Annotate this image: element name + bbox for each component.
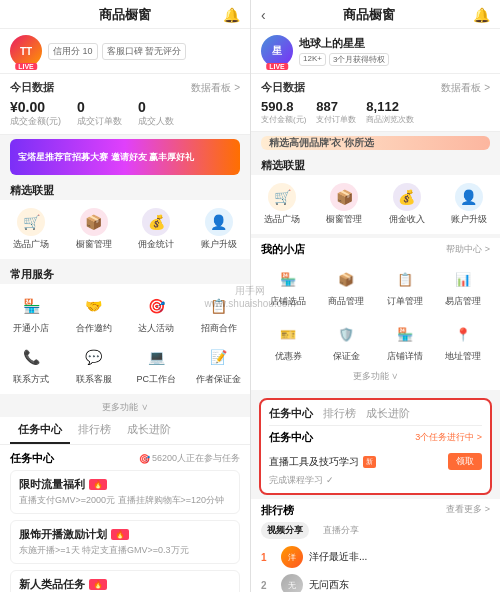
left-profile: TT LIVE 信用分 10 客服口碑 暂无评分 <box>0 29 250 74</box>
right-myshop-more[interactable]: 更多功能 ∨ <box>261 367 490 386</box>
ranking-tabs: 视频分享 直播分享 <box>261 522 490 539</box>
left-avatar: TT LIVE <box>10 35 42 67</box>
right-jing-3[interactable]: 👤 账户升级 <box>438 179 500 230</box>
left-profile-tags: 信用分 10 客服口碑 暂无评分 <box>48 43 186 60</box>
right-task-desc: 完成课程学习 ✓ <box>269 474 482 487</box>
right-back-icon[interactable]: ‹ <box>261 7 266 23</box>
left-stats-title: 今日数据 <box>10 80 54 95</box>
right-tag-1: 3个月获得特权 <box>329 53 389 66</box>
right-stat-0-label: 支付金额(元) <box>261 114 306 125</box>
right-shop-4[interactable]: 🎫 优惠券 <box>261 316 315 367</box>
left-svc-0[interactable]: 🏪 开通小店 <box>0 288 63 339</box>
left-stats: 今日数据 数据看板 > ¥0.00 成交金额(元) 0 成交订单数 0 成交人数 <box>0 74 250 135</box>
right-task-tab-1[interactable]: 排行榜 <box>323 406 356 421</box>
right-jing-1[interactable]: 📦 橱窗管理 <box>313 179 375 230</box>
left-svc-5[interactable]: 💬 联系客服 <box>63 339 126 390</box>
left-task-card-0: 限时流量福利 🔥 直播支付GMV>=2000元 直播挂牌购物车>=120分钟 <box>10 470 240 514</box>
left-svc-1[interactable]: 🤝 合作邀约 <box>63 288 126 339</box>
right-title: 商品橱窗 <box>343 6 395 24</box>
left-stat-0: ¥0.00 成交金额(元) <box>10 99 61 128</box>
right-stat-2-value: 8,112 <box>366 99 414 114</box>
right-stat-1-label: 支付订单数 <box>316 114 356 125</box>
ranking-rank-1: 2 <box>261 580 275 591</box>
ranking-tab-1[interactable]: 直播分享 <box>317 522 365 539</box>
right-jing-0[interactable]: 🛒 选品广场 <box>251 179 313 230</box>
left-banner[interactable]: 宝塔星推荐官招募大赛 邀请好友 赢丰厚好礼 <box>10 139 240 175</box>
left-tasks-section: 任务中心 排行榜 成长进阶 任务中心 🎯 56200人正在参与任务 限时流量福利… <box>0 417 250 592</box>
left-tab-0[interactable]: 任务中心 <box>10 417 70 444</box>
right-stat-1-value: 887 <box>316 99 356 114</box>
right-profile-tags: 12K+ 3个月获得特权 <box>299 53 389 66</box>
right-shop-0[interactable]: 🏪 店铺选品 <box>261 261 315 312</box>
left-stats-link[interactable]: 数据看板 > <box>191 81 240 95</box>
right-shop-2[interactable]: 📋 订单管理 <box>378 261 432 312</box>
left-stat-0-value: ¥0.00 <box>10 99 61 115</box>
left-tab-1[interactable]: 排行榜 <box>70 417 119 444</box>
right-stat-1: 887 支付订单数 <box>316 99 356 125</box>
right-stat-2-label: 商品浏览次数 <box>366 114 414 125</box>
right-banner[interactable]: 精选高佣品牌'衣'你所选 <box>261 136 490 150</box>
left-tab-2[interactable]: 成长进阶 <box>119 417 179 444</box>
right-task-header: 任务中心 3个任务进行中 > <box>269 430 482 445</box>
right-task-go-button[interactable]: 领取 <box>448 453 482 470</box>
right-task-new-badge: 新 <box>363 456 376 468</box>
ranking-rank-0: 1 <box>261 552 275 563</box>
left-bell-icon[interactable]: 🔔 <box>223 7 240 23</box>
right-shop-7[interactable]: 📍 地址管理 <box>436 316 490 367</box>
left-task-0-badge: 🔥 <box>89 479 107 490</box>
left-task-center-title: 任务中心 <box>10 451 54 466</box>
left-title: 商品橱窗 <box>99 6 151 24</box>
right-stat-2: 8,112 商品浏览次数 <box>366 99 414 125</box>
left-stat-1-value: 0 <box>77 99 122 115</box>
right-bell-icon[interactable]: 🔔 <box>473 7 490 23</box>
ranking-title: 排行榜 <box>261 503 294 518</box>
right-shop-6[interactable]: 🏪 店铺详情 <box>378 316 432 367</box>
ranking-list: 1 洋 洋仔最近非... 2 无 无问西东 3 马 马东寒 4 U UEIU都得… <box>261 543 490 592</box>
right-header: ‹ 商品橱窗 🔔 <box>251 0 500 29</box>
right-jinglian-title: 精选联盟 <box>251 154 500 175</box>
left-svc-2[interactable]: 🎯 达人活动 <box>125 288 188 339</box>
ranking-name-0: 洋仔最近非... <box>309 550 490 564</box>
ranking-item-1: 2 无 无问西东 <box>261 571 490 592</box>
right-profile-name: 地球上的星星 <box>299 36 389 51</box>
left-jing-item-0[interactable]: 🛒 选品广场 <box>0 204 63 255</box>
right-panel: ‹ 商品橱窗 🔔 星 LIVE 地球上的星星 12K+ 3个月获得特权 今日数据… <box>250 0 500 592</box>
left-banner-text: 宝塔星推荐官招募大赛 邀请好友 赢丰厚好礼 <box>18 151 194 164</box>
right-stat-0: 590.8 支付金额(元) <box>261 99 306 125</box>
ranking-link[interactable]: 查看更多 > <box>446 503 490 518</box>
right-myshop-link[interactable]: 帮助中心 > <box>446 243 490 256</box>
left-jing-item-3[interactable]: 👤 账户升级 <box>188 204 251 255</box>
right-shop-1[interactable]: 📦 商品管理 <box>319 261 373 312</box>
left-tag-service: 客服口碑 暂无评分 <box>102 43 187 60</box>
right-task-progress[interactable]: 3个任务进行中 > <box>415 431 482 444</box>
left-svc-3[interactable]: 📋 招商合作 <box>188 288 251 339</box>
right-task-tab-2[interactable]: 成长进阶 <box>366 406 410 421</box>
left-changyong-title: 常用服务 <box>0 263 250 284</box>
left-jing-item-1[interactable]: 📦 橱窗管理 <box>63 204 126 255</box>
left-svc-7[interactable]: 📝 作者保证金 <box>188 339 251 390</box>
left-task-center-header: 任务中心 🎯 56200人正在参与任务 <box>10 451 240 466</box>
right-task-section: 任务中心 排行榜 成长进阶 任务中心 3个任务进行中 > 直播工具及技巧学习 新… <box>259 398 492 495</box>
right-task-tab-0[interactable]: 任务中心 <box>269 406 313 421</box>
right-banner-text: 精选高佣品牌'衣'你所选 <box>269 136 374 150</box>
ranking-avatar-1: 无 <box>281 574 303 592</box>
left-jing-label-1: 橱窗管理 <box>76 238 112 251</box>
right-live-badge: LIVE <box>266 63 288 70</box>
left-more-link[interactable]: 更多功能 ∨ <box>0 398 250 417</box>
right-profile: 星 LIVE 地球上的星星 12K+ 3个月获得特权 <box>251 29 500 74</box>
left-jing-icon-0: 🛒 <box>17 208 45 236</box>
right-task-item-label: 直播工具及技巧学习 <box>269 455 359 469</box>
right-shop-3[interactable]: 📊 易店管理 <box>436 261 490 312</box>
left-stat-2-label: 成交人数 <box>138 115 174 128</box>
right-jing-2[interactable]: 💰 佣金收入 <box>376 179 438 230</box>
ranking-tab-0[interactable]: 视频分享 <box>261 522 309 539</box>
right-task-center-title: 任务中心 <box>269 430 313 445</box>
left-jing-icon-3: 👤 <box>205 208 233 236</box>
left-stat-1: 0 成交订单数 <box>77 99 122 128</box>
right-myshop-grid: 🏪 店铺选品 📦 商品管理 📋 订单管理 📊 易店管理 🎫 优惠券 🛡️ <box>261 261 490 367</box>
right-shop-5[interactable]: 🛡️ 保证金 <box>319 316 373 367</box>
left-jing-item-2[interactable]: 💰 佣金统计 <box>125 204 188 255</box>
left-svc-6[interactable]: 💻 PC工作台 <box>125 339 188 390</box>
left-svc-4[interactable]: 📞 联系方式 <box>0 339 63 390</box>
right-stats-link[interactable]: 数据看板 > <box>441 81 490 95</box>
